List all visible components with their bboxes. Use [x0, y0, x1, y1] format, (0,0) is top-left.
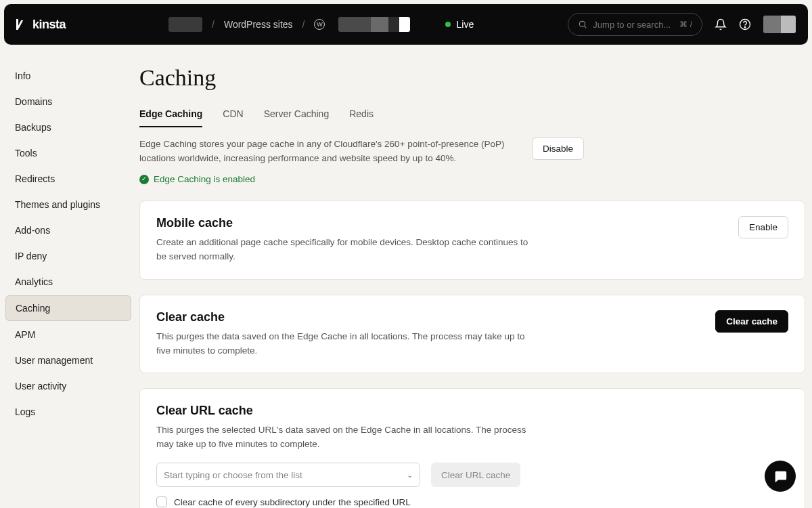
tab-label: Redis — [349, 108, 374, 119]
clear-url-cache-card: Clear URL cache This purges the selected… — [139, 388, 805, 508]
crumb-wp-sites[interactable]: WordPress sites — [224, 19, 293, 30]
checkbox-icon[interactable] — [156, 496, 167, 507]
sidebar: Info Domains Backups Tools Redirects The… — [0, 49, 135, 508]
search-field[interactable] — [593, 20, 674, 30]
sidebar-item-label: Tools — [15, 148, 37, 158]
account-menu[interactable] — [763, 16, 796, 33]
tab-label: Edge Caching — [139, 108, 202, 119]
chat-icon — [773, 469, 788, 484]
clear-url-cache-description: This purges the selected URL's data save… — [156, 423, 535, 452]
url-combobox-placeholder: Start typing or choose from the list — [164, 470, 302, 480]
clear-cache-button[interactable]: Clear cache — [715, 310, 788, 333]
checkbox-label: Clear cache of every subdirectory under … — [174, 497, 411, 507]
tabs: Edge Caching CDN Server Caching Redis — [139, 108, 805, 128]
tab-label: CDN — [223, 108, 243, 119]
sidebar-item-user-management[interactable]: User management — [5, 348, 131, 373]
sidebar-item-label: Add-ons — [15, 225, 50, 236]
status-text: Edge Caching is enabled — [154, 173, 255, 187]
bell-icon — [715, 18, 727, 30]
enable-mobile-cache-button[interactable]: Enable — [738, 216, 788, 238]
chat-button[interactable] — [765, 461, 796, 492]
sidebar-item-tools[interactable]: Tools — [5, 141, 131, 165]
tab-redis[interactable]: Redis — [349, 108, 374, 127]
search-shortcut: ⌘ / — [679, 20, 692, 29]
sidebar-item-label: User activity — [15, 381, 66, 391]
sidebar-item-info[interactable]: Info — [5, 64, 131, 88]
sidebar-item-label: Logs — [15, 406, 35, 417]
clear-url-cache-title: Clear URL cache — [156, 404, 788, 418]
tab-server-caching[interactable]: Server Caching — [264, 108, 330, 127]
crumb-site-placeholder[interactable] — [338, 17, 410, 32]
sidebar-item-analytics[interactable]: Analytics — [5, 270, 131, 294]
sidebar-item-label: Themes and plugins — [15, 199, 100, 210]
notifications-button[interactable] — [715, 18, 727, 30]
brand-mark-icon — [16, 19, 27, 30]
sidebar-item-label: Redirects — [15, 173, 55, 184]
help-icon — [739, 18, 751, 30]
sidebar-item-add-ons[interactable]: Add-ons — [5, 218, 131, 242]
sidebar-item-apm[interactable]: APM — [5, 322, 131, 347]
url-combobox[interactable]: Start typing or choose from the list ⌄ — [156, 463, 420, 487]
sidebar-item-label: IP deny — [15, 251, 47, 261]
crumb-separator: / — [212, 19, 215, 30]
sidebar-item-redirects[interactable]: Redirects — [5, 167, 131, 191]
mobile-cache-title: Mobile cache — [156, 216, 725, 230]
tab-cdn[interactable]: CDN — [223, 108, 243, 127]
sidebar-item-ip-deny[interactable]: IP deny — [5, 244, 131, 268]
sidebar-item-user-activity[interactable]: User activity — [5, 374, 131, 398]
sidebar-item-logs[interactable]: Logs — [5, 400, 131, 424]
mobile-cache-description: Create an additional page cache specific… — [156, 236, 535, 264]
sidebar-item-label: Backups — [15, 122, 51, 133]
mobile-cache-card: Mobile cache Create an additional page c… — [139, 200, 805, 280]
topbar: kinsta / WordPress sites / W Live ⌘ / — [4, 4, 808, 45]
breadcrumb: / WordPress sites / W — [168, 17, 410, 32]
svg-line-1 — [585, 26, 587, 28]
wordpress-icon: W — [314, 19, 325, 30]
environment-label: Live — [456, 19, 474, 30]
check-circle-icon: ✓ — [139, 175, 149, 184]
clear-cache-card: Clear cache This purges the data saved o… — [139, 295, 805, 374]
brand-logo[interactable]: kinsta — [16, 18, 66, 32]
chevron-down-icon: ⌄ — [407, 471, 413, 480]
environment-indicator[interactable]: Live — [445, 19, 474, 30]
tab-edge-caching[interactable]: Edge Caching — [139, 108, 202, 127]
main-content: Caching Edge Caching CDN Server Caching … — [135, 49, 812, 508]
sidebar-item-label: Domains — [15, 96, 52, 107]
page-title: Caching — [139, 65, 805, 91]
disable-edge-caching-button[interactable]: Disable — [532, 137, 584, 160]
crumb-org-placeholder[interactable] — [168, 17, 202, 32]
clear-subdirectories-option[interactable]: Clear cache of every subdirectory under … — [156, 496, 788, 507]
edge-caching-status: ✓ Edge Caching is enabled — [139, 173, 518, 187]
sidebar-item-caching[interactable]: Caching — [5, 295, 131, 321]
clear-cache-title: Clear cache — [156, 310, 702, 324]
status-dot-icon — [445, 22, 451, 27]
edge-caching-description: Edge Caching stores your page cache in a… — [139, 137, 518, 166]
search-icon — [578, 20, 587, 29]
sidebar-item-label: User management — [15, 355, 93, 366]
sidebar-item-themes-plugins[interactable]: Themes and plugins — [5, 192, 131, 217]
search-input[interactable]: ⌘ / — [568, 13, 702, 36]
sidebar-item-label: Caching — [16, 303, 50, 314]
sidebar-item-label: Info — [15, 70, 30, 81]
sidebar-item-label: Analytics — [15, 276, 53, 287]
sidebar-item-backups[interactable]: Backups — [5, 115, 131, 140]
clear-cache-description: This purges the data saved on the Edge C… — [156, 330, 535, 358]
sidebar-item-label: APM — [15, 329, 35, 340]
crumb-separator: / — [302, 19, 305, 30]
help-button[interactable] — [739, 18, 751, 30]
svg-point-0 — [580, 21, 585, 26]
tab-label: Server Caching — [264, 108, 330, 119]
sidebar-item-domains[interactable]: Domains — [5, 89, 131, 114]
clear-url-cache-button[interactable]: Clear URL cache — [431, 463, 520, 487]
svg-point-3 — [744, 27, 745, 28]
brand-name: kinsta — [32, 18, 66, 32]
